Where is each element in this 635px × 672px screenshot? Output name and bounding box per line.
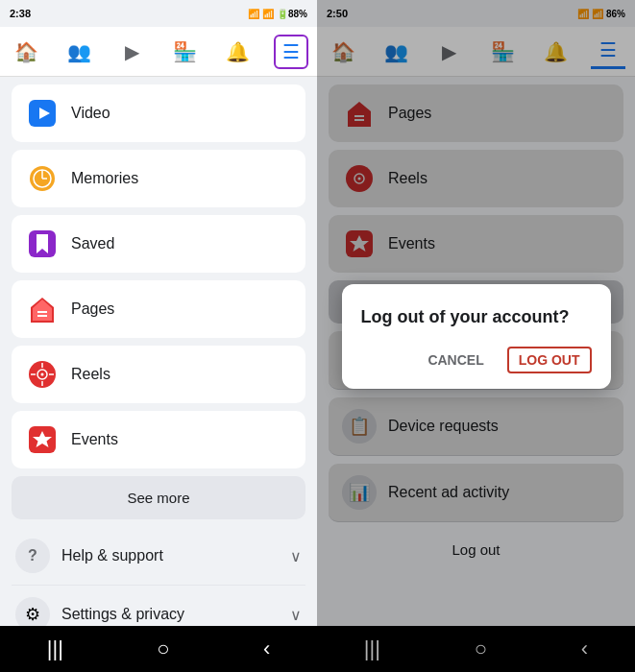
nav-bell-icon[interactable]: 🔔 [221,35,256,69]
pages-icon [27,294,58,324]
left-panel: 2:38 📶 📶 🔋88% 🏠 👥 ▶ 🏪 🔔 ☰ Video Memor [0,0,317,672]
left-time: 2:38 [10,8,31,19]
nav-friends-icon[interactable]: 👥 [62,35,97,69]
help-support-item[interactable]: ? Help & support ∨ [12,527,305,586]
left-status-icons: 📶 📶 🔋88% [248,9,307,19]
left-nav-bar: 🏠 👥 ▶ 🏪 🔔 ☰ [0,27,317,77]
events-icon [27,424,58,455]
dialog-overlay: Log out of your account? CANCEL LOG OUT [317,0,635,672]
svg-marker-9 [33,300,52,321]
menu-item-pages[interactable]: Pages [12,280,305,338]
memories-label: Memories [71,170,138,187]
settings-icon: ⚙ [15,597,50,626]
reels-label: Reels [71,366,110,383]
settings-label: Settings & privacy [61,606,184,623]
svg-rect-11 [37,315,47,317]
settings-chevron-icon: ∨ [290,606,302,624]
dialog-actions: CANCEL LOG OUT [361,347,592,373]
menu-item-video[interactable]: Video [12,84,305,142]
dialog-logout-button[interactable]: LOG OUT [507,347,592,373]
events-label: Events [71,431,118,448]
svg-rect-10 [37,311,47,313]
help-icon: ? [15,539,50,573]
video-icon [27,98,58,129]
svg-point-14 [41,373,44,376]
menu-item-saved[interactable]: Saved [12,215,305,273]
help-chevron-icon: ∨ [290,547,302,565]
saved-icon [27,228,58,259]
left-status-bar: 2:38 📶 📶 🔋88% [0,0,317,27]
left-bottom-back-icon[interactable]: ‹ [263,636,270,661]
settings-privacy-item[interactable]: ⚙ Settings & privacy ∨ [12,586,305,626]
right-panel: 2:50 📶 📶 86% 🏠 👥 ▶ 🏪 🔔 ☰ Pages Reels [317,0,635,672]
saved-label: Saved [71,235,114,252]
nav-home-icon[interactable]: 🏠 [10,35,44,69]
left-bottom-home-icon[interactable]: ○ [157,636,169,661]
nav-video-icon[interactable]: ▶ [115,35,150,69]
dialog-title: Log out of your account? [361,307,592,327]
nav-marketplace-icon[interactable]: 🏪 [168,35,203,69]
logout-dialog: Log out of your account? CANCEL LOG OUT [342,284,611,389]
help-label: Help & support [61,547,163,564]
video-label: Video [71,105,110,122]
dialog-cancel-button[interactable]: CANCEL [427,347,483,373]
left-menu-content: Video Memories Saved Pages [0,77,317,626]
left-bottom-menu-icon[interactable]: ||| [47,636,63,661]
see-more-button[interactable]: See more [12,476,305,519]
memories-icon [27,163,58,194]
menu-item-memories[interactable]: Memories [12,150,305,207]
pages-label: Pages [71,300,114,318]
menu-item-reels[interactable]: Reels [12,346,305,403]
menu-item-events[interactable]: Events [12,411,305,468]
reels-icon [27,359,58,390]
left-bottom-nav: ||| ○ ‹ [0,626,317,672]
nav-menu-icon[interactable]: ☰ [274,35,308,69]
